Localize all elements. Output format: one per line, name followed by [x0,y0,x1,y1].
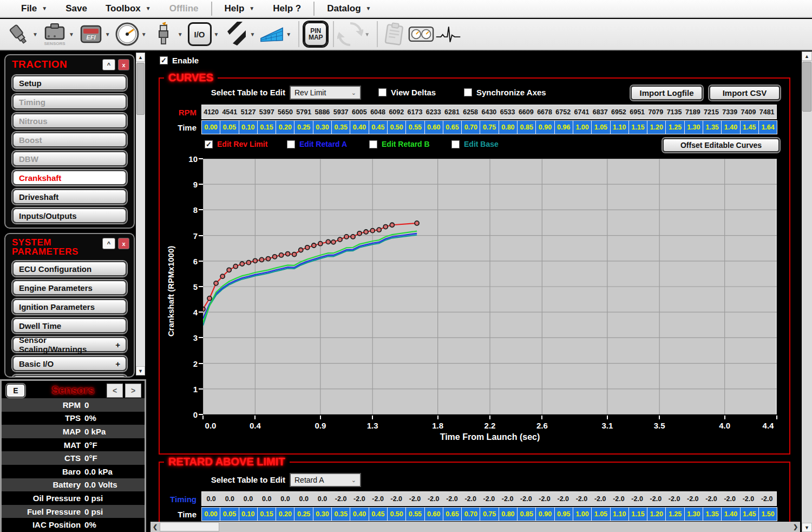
table-cell[interactable]: 1.15 [628,507,647,521]
table-cell[interactable]: -2.0 [721,492,739,505]
table-cell[interactable]: 6837 [591,105,610,119]
collapse-button[interactable]: ^ [102,238,115,249]
table-cell[interactable]: 1.15 [628,120,647,134]
table-cell[interactable]: 1.35 [703,120,722,134]
rpm-row[interactable]: 4120454151275397565057915886593760056048… [201,105,777,119]
data-point-marker[interactable] [305,245,310,250]
sidebar-item-basic-i-o[interactable]: Basic I/O+ [12,356,127,371]
data-point-marker[interactable] [253,258,257,263]
table-cell[interactable]: -2.0 [739,492,757,505]
gauges-pair-tool[interactable] [408,21,434,47]
table-cell[interactable]: 6951 [628,105,646,119]
chevron-down-icon[interactable]: ▼ [364,31,370,37]
retard-table-select-dropdown[interactable]: Retard A ⌄ [290,473,361,487]
table-cell[interactable]: 1.30 [684,120,703,134]
table-cell[interactable]: 6609 [517,105,535,119]
table-cell[interactable]: -2.0 [665,492,683,505]
sidebar-item-dwell-time[interactable]: Dwell Time [12,318,127,333]
table-cell[interactable]: 1.45 [740,507,759,521]
table-cell[interactable]: 0.25 [294,507,313,521]
scroll-down-icon[interactable]: ▼ [802,523,812,532]
spark-plug-tool[interactable]: ▼ [150,21,186,47]
table-cell[interactable]: 0.55 [405,507,424,521]
table-cell[interactable]: 1.10 [610,507,629,521]
table-cell[interactable]: 5937 [332,105,350,119]
table-cell[interactable]: -2.0 [369,492,387,505]
menu-item-file[interactable]: File▼ [12,0,56,17]
data-point-marker[interactable] [338,237,342,242]
sidebar-item-ignition-parameters[interactable]: Ignition Parameters [12,299,127,314]
data-point-marker[interactable] [266,257,270,261]
sidebar-item-dbw[interactable]: DBW [12,151,127,166]
close-icon[interactable]: x [118,59,129,70]
table-cell[interactable]: 0.45 [369,507,388,521]
menu-item-help[interactable]: Help ? [264,0,310,17]
data-point-marker[interactable] [207,296,212,301]
table-cell[interactable]: 0.80 [499,120,518,134]
table-cell[interactable]: 1.25 [665,120,684,134]
table-cell[interactable]: 0.60 [424,120,443,134]
table-cell[interactable]: -2.0 [443,492,461,505]
data-point-marker[interactable] [351,235,355,239]
table-cell[interactable]: 0.05 [220,507,239,521]
table-cell[interactable]: 6741 [572,105,591,119]
table-cell[interactable]: 6173 [405,105,424,119]
table-cell[interactable]: 0.50 [387,120,406,134]
main-vertical-scrollbar[interactable]: ▲ ▼ [802,51,812,532]
table-cell[interactable]: 0.05 [220,120,239,134]
table-cell[interactable]: 6258 [461,105,480,119]
sidebar-item-ecu-configuration[interactable]: ECU Configuration [12,261,127,276]
sidebar-scrollbar[interactable]: ▲ ▼ [136,53,145,375]
data-point-marker[interactable] [357,231,362,236]
sidebar-item-engine-parameters[interactable]: Engine Parameters [12,280,127,295]
io-tool[interactable]: I/O▼ [187,21,222,47]
menu-item-save[interactable]: Save [56,0,96,17]
sidebar-item-timing[interactable]: Timing [12,94,127,109]
table-cell[interactable]: -2.0 [610,492,628,505]
data-point-marker[interactable] [312,243,316,248]
table-cell[interactable]: 0.85 [517,507,536,521]
sidebar-item-boost[interactable]: Boost [12,132,127,147]
table-cell[interactable]: 6005 [350,105,369,119]
table-cell[interactable]: 0.00 [201,120,220,134]
table-cell[interactable]: 0.20 [276,120,294,134]
table-cell[interactable]: 0.20 [276,507,294,521]
data-point-marker[interactable] [246,261,251,265]
collapse-button[interactable]: ^ [102,59,115,70]
table-cell[interactable]: 1.40 [721,507,740,521]
table-cell[interactable]: -2.0 [387,492,405,505]
table-cell[interactable]: 0.30 [313,120,332,134]
table-cell[interactable]: 1.20 [647,507,666,521]
table-cell[interactable]: 0.00 [201,507,220,521]
sidebar-item-nitrous[interactable]: Nitrous [12,113,127,128]
table-cell[interactable]: 5127 [239,105,257,119]
table-cell[interactable]: 6233 [424,105,443,119]
menu-item-offline[interactable]: Offline [160,0,208,17]
surface-3d-tool[interactable]: ▼ [259,21,294,47]
edit-retard-a-checkbox[interactable] [287,140,295,148]
table-cell[interactable]: 1.35 [703,507,722,521]
table-cell[interactable]: 5397 [258,105,276,119]
table-cell[interactable]: 6092 [387,105,405,119]
scroll-thumb[interactable] [160,522,219,531]
data-point-marker[interactable] [318,242,323,246]
table-cell[interactable]: -2.0 [517,492,535,505]
edit-rev-limit-checkbox[interactable]: ✓ [205,140,213,148]
table-cell[interactable]: -2.0 [591,492,610,505]
table-cell[interactable]: 7189 [684,105,702,119]
table-cell[interactable]: -2.0 [628,492,646,505]
diagonal-stripes-tool[interactable]: ▼ [222,21,258,47]
view-deltas-checkbox[interactable] [378,88,387,96]
data-point-marker[interactable] [390,223,394,227]
data-point-marker[interactable] [292,252,297,257]
sync-axes-checkbox[interactable] [464,88,472,96]
table-cell[interactable]: 1.40 [721,120,740,134]
table-cell[interactable]: 0.75 [480,120,499,134]
table-cell[interactable]: 1.50 [758,507,777,521]
data-point-marker[interactable] [299,248,303,252]
data-point-marker[interactable] [259,257,264,262]
sidebar-item-driveshaft[interactable]: Driveshaft [12,189,127,204]
table-cell[interactable]: 1.64 [758,120,777,134]
table-cell[interactable]: 0.85 [517,120,536,134]
table-cell[interactable]: 0.55 [405,120,424,134]
